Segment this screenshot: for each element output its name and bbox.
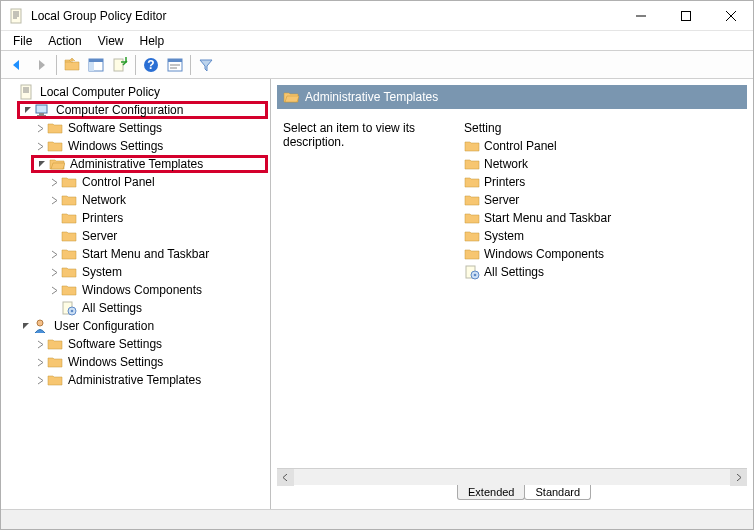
svg-rect-24 bbox=[39, 113, 44, 115]
up-button[interactable] bbox=[60, 53, 84, 77]
maximize-button[interactable] bbox=[663, 1, 708, 31]
list-header-setting[interactable]: Setting bbox=[458, 119, 747, 137]
export-button[interactable] bbox=[108, 53, 132, 77]
list-item-label: Server bbox=[484, 193, 519, 207]
list-item-windows-components[interactable]: Windows Components bbox=[458, 245, 747, 263]
folder-icon bbox=[61, 228, 77, 244]
tree-item-label: Start Menu and Taskbar bbox=[80, 247, 211, 261]
folder-icon bbox=[47, 354, 63, 370]
tree-root[interactable]: Local Computer Policy bbox=[3, 83, 268, 101]
folder-icon bbox=[464, 246, 480, 262]
list-item-label: Printers bbox=[484, 175, 525, 189]
chevron-down-icon[interactable] bbox=[19, 319, 33, 333]
tree-admin-network[interactable]: Network bbox=[45, 191, 268, 209]
toolbar-separator bbox=[56, 55, 57, 75]
title-bar: Local Group Policy Editor bbox=[1, 1, 753, 31]
chevron-right-icon[interactable] bbox=[33, 121, 47, 135]
list-item-all-settings[interactable]: All Settings bbox=[458, 263, 747, 281]
help-button[interactable]: ? bbox=[139, 53, 163, 77]
menu-bar: File Action View Help bbox=[1, 31, 753, 51]
tree-computer-configuration[interactable]: Computer Configuration bbox=[17, 101, 268, 119]
list-item-network[interactable]: Network bbox=[458, 155, 747, 173]
tab-standard[interactable]: Standard bbox=[524, 485, 591, 500]
tree-admin-system[interactable]: System bbox=[45, 263, 268, 281]
tree-admin-all-settings[interactable]: All Settings bbox=[45, 299, 268, 317]
chevron-right-icon[interactable] bbox=[33, 139, 47, 153]
settings-icon bbox=[61, 300, 77, 316]
filter-button[interactable] bbox=[194, 53, 218, 77]
chevron-right-icon[interactable] bbox=[47, 175, 61, 189]
chevron-right-icon[interactable] bbox=[47, 265, 61, 279]
list-item-label: Network bbox=[484, 157, 528, 171]
list-item-printers[interactable]: Printers bbox=[458, 173, 747, 191]
list-item-start-menu[interactable]: Start Menu and Taskbar bbox=[458, 209, 747, 227]
chevron-right-icon[interactable] bbox=[33, 355, 47, 369]
tab-extended[interactable]: Extended bbox=[457, 485, 525, 500]
chevron-right-icon[interactable] bbox=[47, 283, 61, 297]
chevron-down-icon[interactable] bbox=[5, 85, 19, 99]
folder-icon bbox=[47, 138, 63, 154]
folder-icon bbox=[464, 174, 480, 190]
tree-user-software-settings[interactable]: Software Settings bbox=[31, 335, 268, 353]
tree-admin-server[interactable]: Server bbox=[45, 227, 268, 245]
tree-item-label: Windows Settings bbox=[66, 355, 165, 369]
tree-user-windows-settings[interactable]: Windows Settings bbox=[31, 353, 268, 371]
scroll-left-button[interactable] bbox=[277, 469, 294, 486]
chevron-right-icon[interactable] bbox=[33, 373, 47, 387]
list-item-server[interactable]: Server bbox=[458, 191, 747, 209]
svg-rect-25 bbox=[37, 115, 46, 116]
tree-item-label: Administrative Templates bbox=[68, 157, 205, 171]
settings-icon bbox=[464, 264, 480, 280]
folder-icon bbox=[47, 120, 63, 136]
list-item-label: All Settings bbox=[484, 265, 544, 279]
list-item-label: Start Menu and Taskbar bbox=[484, 211, 611, 225]
tree-admin-printers[interactable]: Printers bbox=[45, 209, 268, 227]
folder-open-icon bbox=[283, 89, 299, 105]
menu-view[interactable]: View bbox=[90, 32, 132, 50]
list-items[interactable]: Control Panel Network Printers Server St… bbox=[458, 137, 747, 458]
folder-icon bbox=[464, 138, 480, 154]
window-buttons bbox=[618, 1, 753, 31]
svg-rect-23 bbox=[36, 105, 47, 113]
tree-panel[interactable]: Local Computer Policy Computer Configura… bbox=[1, 79, 271, 509]
tree-item-label: All Settings bbox=[80, 301, 144, 315]
forward-button[interactable] bbox=[29, 53, 53, 77]
tree-comp-admin-templates[interactable]: Administrative Templates bbox=[31, 155, 268, 173]
tree-comp-windows-settings[interactable]: Windows Settings bbox=[31, 137, 268, 155]
list-item-system[interactable]: System bbox=[458, 227, 747, 245]
tree-root-label: Local Computer Policy bbox=[38, 85, 162, 99]
properties-button[interactable] bbox=[163, 53, 187, 77]
minimize-button[interactable] bbox=[618, 1, 663, 31]
chevron-right-icon[interactable] bbox=[47, 247, 61, 261]
tree-item-label: Network bbox=[80, 193, 128, 207]
scroll-right-button[interactable] bbox=[730, 469, 747, 486]
tree-admin-start-menu[interactable]: Start Menu and Taskbar bbox=[45, 245, 268, 263]
show-hide-tree-button[interactable] bbox=[84, 53, 108, 77]
menu-help[interactable]: Help bbox=[132, 32, 173, 50]
folder-icon bbox=[61, 246, 77, 262]
policy-icon bbox=[19, 84, 35, 100]
list-item-control-panel[interactable]: Control Panel bbox=[458, 137, 747, 155]
chevron-down-icon[interactable] bbox=[35, 157, 49, 171]
tree-user-admin-templates[interactable]: Administrative Templates bbox=[31, 371, 268, 389]
folder-icon bbox=[47, 372, 63, 388]
menu-action[interactable]: Action bbox=[40, 32, 89, 50]
tree-admin-win-comp[interactable]: Windows Components bbox=[45, 281, 268, 299]
tree-item-label: Control Panel bbox=[80, 175, 157, 189]
chevron-right-icon[interactable] bbox=[47, 193, 61, 207]
tree-user-configuration[interactable]: User Configuration bbox=[17, 317, 268, 335]
close-button[interactable] bbox=[708, 1, 753, 31]
svg-rect-6 bbox=[681, 11, 690, 20]
status-bar bbox=[1, 509, 753, 529]
horizontal-scrollbar[interactable] bbox=[277, 468, 747, 485]
back-button[interactable] bbox=[5, 53, 29, 77]
chevron-down-icon[interactable] bbox=[21, 103, 35, 117]
list-item-label: Control Panel bbox=[484, 139, 557, 153]
tree-admin-control-panel[interactable]: Control Panel bbox=[45, 173, 268, 191]
chevron-right-icon[interactable] bbox=[33, 337, 47, 351]
view-tabs: Extended Standard bbox=[457, 485, 747, 505]
tree-comp-software-settings[interactable]: Software Settings bbox=[31, 119, 268, 137]
folder-icon bbox=[464, 156, 480, 172]
folder-open-icon bbox=[49, 156, 65, 172]
menu-file[interactable]: File bbox=[5, 32, 40, 50]
